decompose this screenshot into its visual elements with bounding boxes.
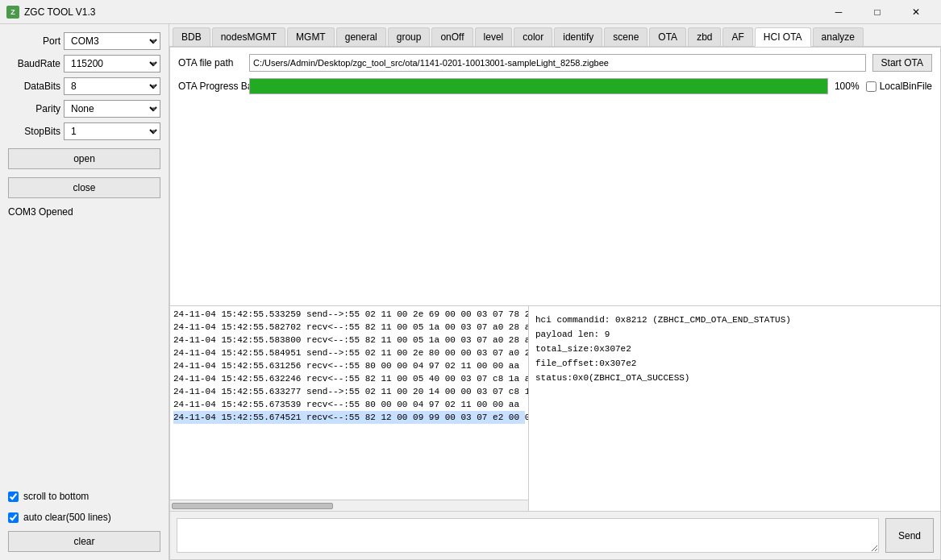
- empty-space: [170, 101, 940, 305]
- input-area: Send: [170, 511, 940, 559]
- log-line: 24-11-04 15:42:55.533259 send-->:55 02 1…: [173, 308, 525, 321]
- baudrate-label: BaudRate: [8, 58, 60, 69]
- main-layout: Port COM3COM1COM2COM4 BaudRate 115200960…: [0, 24, 941, 560]
- tab-group[interactable]: group: [388, 27, 431, 46]
- ota-progress-row: OTA Progress Bar 100% LocalBinFile: [178, 78, 932, 94]
- info-line: total_size:0x307e2: [535, 342, 934, 356]
- minimize-button[interactable]: ─: [820, 0, 857, 24]
- tab-scene[interactable]: scene: [604, 27, 647, 46]
- app-icon: Z: [6, 6, 19, 19]
- log-line: 24-11-04 15:42:55.633277 send-->:55 02 1…: [173, 385, 525, 398]
- start-ota-button[interactable]: Start OTA: [872, 54, 932, 72]
- right-panel: BDBnodesMGMTMGMTgeneralgrouponOfflevelco…: [169, 24, 941, 560]
- localbin-text: LocalBinFile: [880, 81, 932, 92]
- databits-label: DataBits: [8, 81, 60, 92]
- tab-onoff[interactable]: onOff: [431, 27, 473, 46]
- port-row: Port COM3COM1COM2COM4: [8, 32, 160, 50]
- scroll-to-bottom-label: scroll to bottom: [23, 491, 89, 502]
- tab-nodesmgmt[interactable]: nodesMGMT: [212, 27, 285, 46]
- title-bar-controls: ─ □ ✕: [820, 0, 935, 24]
- scroll-to-bottom-checkbox[interactable]: [8, 492, 19, 502]
- ota-file-path-input[interactable]: [249, 54, 866, 72]
- log-panel: 24-11-04 15:42:55.533259 send-->:55 02 1…: [170, 306, 529, 511]
- log-line: 24-11-04 15:42:55.632246 recv<--:55 82 1…: [173, 372, 525, 385]
- parity-label: Parity: [8, 103, 60, 114]
- auto-clear-row: auto clear(500 lines): [8, 512, 160, 523]
- info-panel: hci commandid: 0x8212 (ZBHCI_CMD_OTA_END…: [529, 306, 940, 511]
- left-panel: Port COM3COM1COM2COM4 BaudRate 115200960…: [0, 24, 169, 560]
- port-label: Port: [8, 35, 60, 47]
- log-line: 24-11-04 15:42:55.584951 send-->:55 02 1…: [173, 346, 525, 359]
- tab-hci-ota[interactable]: HCI OTA: [755, 27, 811, 47]
- auto-clear-label: auto clear(500 lines): [23, 512, 111, 523]
- close-button[interactable]: close: [8, 177, 160, 198]
- localbin-checkbox[interactable]: [866, 81, 876, 92]
- command-input[interactable]: [177, 518, 879, 553]
- stopbits-label: StopBits: [8, 126, 60, 137]
- title-bar-left: Z ZGC TOOL V1.3: [6, 6, 95, 19]
- databits-row: DataBits 8765: [8, 77, 160, 95]
- close-button[interactable]: ✕: [897, 0, 935, 24]
- progress-percent: 100%: [835, 81, 860, 92]
- tabs-bar: BDBnodesMGMTMGMTgeneralgrouponOfflevelco…: [169, 24, 941, 47]
- clear-button[interactable]: clear: [8, 531, 160, 552]
- baudrate-row: BaudRate 11520096001920057600: [8, 55, 160, 73]
- tab-level[interactable]: level: [475, 27, 513, 46]
- localbin-label[interactable]: LocalBinFile: [866, 81, 932, 92]
- maximize-button[interactable]: □: [859, 0, 896, 24]
- stopbits-row: StopBits 11.52: [8, 122, 160, 140]
- connection-status: COM3 Opened: [8, 206, 160, 218]
- info-line: status:0x0(ZBHCI_OTA_SUCCESS): [535, 371, 934, 385]
- log-line: 24-11-04 15:42:55.583800 recv<--:55 82 1…: [173, 334, 525, 346]
- tab-bdb[interactable]: BDB: [173, 27, 210, 46]
- ota-progress-label: OTA Progress Bar: [178, 81, 243, 92]
- baudrate-select[interactable]: 11520096001920057600: [64, 55, 160, 73]
- auto-clear-checkbox[interactable]: [8, 512, 19, 523]
- databits-select[interactable]: 8765: [64, 77, 160, 95]
- parity-row: Parity NoneEvenOdd: [8, 100, 160, 118]
- databits-select-wrapper[interactable]: 8765: [64, 77, 160, 95]
- tab-general[interactable]: general: [336, 27, 386, 46]
- tab-ota[interactable]: OTA: [649, 27, 686, 46]
- tab-color[interactable]: color: [514, 27, 552, 46]
- info-line: file_offset:0x307e2: [535, 356, 934, 371]
- parity-select-wrapper[interactable]: NoneEvenOdd: [64, 100, 160, 118]
- scrollbar-thumb[interactable]: [172, 503, 333, 509]
- parity-select[interactable]: NoneEvenOdd: [64, 100, 160, 118]
- send-button[interactable]: Send: [885, 518, 934, 553]
- ota-file-row: OTA file path Start OTA: [178, 54, 932, 72]
- tab-zbd[interactable]: zbd: [688, 27, 721, 46]
- log-line: 24-11-04 15:42:55.674521 recv<--:55 82 1…: [173, 411, 525, 424]
- bottom-split: 24-11-04 15:42:55.533259 send-->:55 02 1…: [170, 305, 940, 511]
- tab-af[interactable]: AF: [722, 27, 752, 46]
- tab-mgmt[interactable]: MGMT: [287, 27, 335, 46]
- log-scrollbar-horizontal[interactable]: [170, 500, 528, 511]
- ota-section: OTA file path Start OTA OTA Progress Bar…: [170, 48, 940, 101]
- title-bar: Z ZGC TOOL V1.3 ─ □ ✕: [0, 0, 941, 24]
- tab-identify[interactable]: identify: [554, 27, 602, 46]
- baudrate-select-wrapper[interactable]: 11520096001920057600: [64, 55, 160, 73]
- info-line: hci commandid: 0x8212 (ZBHCI_CMD_OTA_END…: [535, 313, 934, 327]
- ota-file-label: OTA file path: [178, 57, 243, 68]
- stopbits-select-wrapper[interactable]: 11.52: [64, 122, 160, 140]
- log-line: 24-11-04 15:42:55.582702 recv<--:55 82 1…: [173, 321, 525, 334]
- stopbits-select[interactable]: 11.52: [64, 122, 160, 140]
- log-line: 24-11-04 15:42:55.631256 recv<--:55 80 0…: [173, 359, 525, 372]
- port-select-wrapper[interactable]: COM3COM1COM2COM4: [64, 32, 160, 50]
- port-select[interactable]: COM3COM1COM2COM4: [64, 32, 160, 50]
- tab-analyze[interactable]: analyze: [813, 27, 864, 46]
- scroll-to-bottom-row: scroll to bottom: [8, 491, 160, 502]
- progress-bar-fill: [250, 79, 827, 93]
- content-area: OTA file path Start OTA OTA Progress Bar…: [169, 47, 941, 560]
- app-title: ZGC TOOL V1.3: [24, 6, 95, 18]
- info-line: payload len: 9: [535, 327, 934, 342]
- open-button[interactable]: open: [8, 148, 160, 169]
- log-line: 24-11-04 15:42:55.673539 recv<--:55 80 0…: [173, 398, 525, 411]
- progress-bar-container: [249, 78, 828, 94]
- log-content[interactable]: 24-11-04 15:42:55.533259 send-->:55 02 1…: [170, 306, 528, 500]
